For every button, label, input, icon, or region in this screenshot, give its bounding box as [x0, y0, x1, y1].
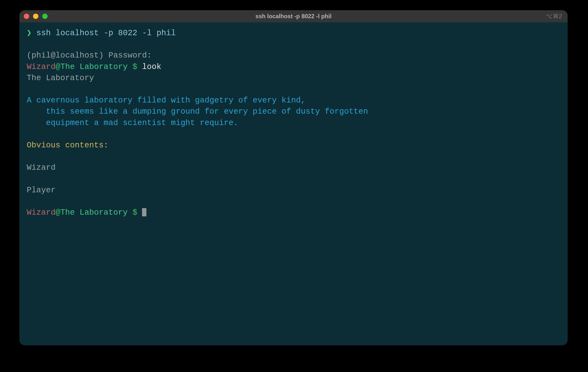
contents-item: Player [27, 186, 56, 195]
mud-prompt-at: @ [56, 208, 61, 217]
contents-header: Obvious contents: [27, 141, 108, 150]
terminal-body[interactable]: ❯ ssh localhost -p 8022 -l phil (phil@lo… [20, 22, 567, 224]
mud-prompt-at: @ [56, 62, 61, 71]
mud-command-look: look [137, 62, 161, 71]
room-description-line: equipment a mad scientist might require. [27, 118, 238, 128]
mud-prompt-dollar: $ [133, 208, 137, 217]
mud-prompt-dollar: $ [133, 62, 137, 71]
room-name: The Laboratory [27, 74, 94, 83]
titlebar: ssh localhost -p 8022 -l phil ⌥⌘2 [20, 10, 567, 22]
close-icon[interactable] [24, 14, 29, 19]
room-description-line: this seems like a dumping ground for eve… [27, 107, 368, 116]
mud-prompt-location: The Laboratory [61, 208, 133, 217]
terminal-window: ssh localhost -p 8022 -l phil ⌥⌘2 ❯ ssh … [20, 10, 567, 345]
mud-prompt-user: Wizard [27, 208, 56, 217]
mud-prompt-user: Wizard [27, 62, 56, 71]
traffic-lights [24, 14, 48, 19]
room-description-line: A cavernous laboratory filled with gadge… [27, 96, 306, 105]
cursor-icon [142, 208, 147, 216]
contents-item: Wizard [27, 163, 56, 172]
password-prompt: (phil@localhost) Password: [27, 51, 152, 60]
shell-command: ssh localhost -p 8022 -l phil [32, 29, 176, 38]
minimize-icon[interactable] [33, 14, 38, 19]
mud-prompt-location: The Laboratory [61, 62, 133, 71]
pane-shortcut-indicator: ⌥⌘2 [546, 13, 562, 20]
zoom-icon[interactable] [42, 14, 48, 19]
window-title: ssh localhost -p 8022 -l phil [20, 13, 567, 20]
shell-prompt-glyph: ❯ [27, 29, 32, 38]
